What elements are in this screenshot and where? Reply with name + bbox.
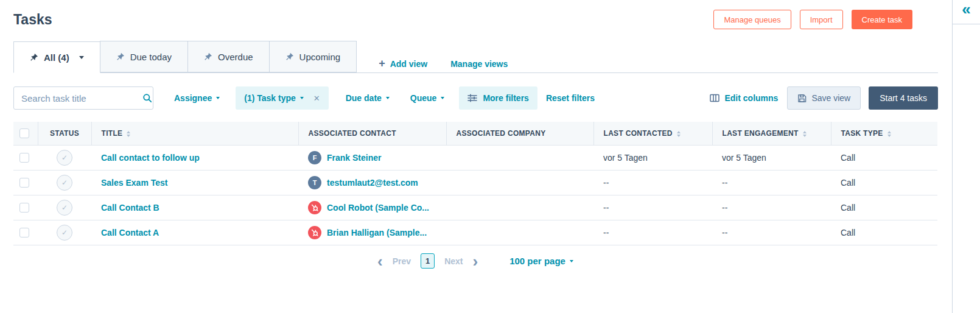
company-cell	[446, 145, 593, 170]
task-type-cell: Call	[831, 145, 937, 170]
sort-icon[interactable]	[887, 131, 891, 137]
caret-down-icon	[570, 260, 573, 262]
last-contacted-cell: --	[593, 220, 712, 245]
task-title-link[interactable]: Sales Exam Test	[101, 178, 167, 188]
column-header-associated-company: ASSOCIATED COMPANY	[446, 122, 593, 145]
column-header-last-engagement[interactable]: LAST ENGAGEMENT	[712, 122, 831, 145]
sort-icon[interactable]	[803, 131, 807, 137]
columns-icon	[710, 94, 719, 102]
caret-down-icon	[216, 97, 220, 99]
column-header-task-type[interactable]: TASK TYPE	[831, 122, 937, 145]
pin-icon	[285, 52, 294, 61]
pin-icon	[30, 53, 38, 62]
last-engagement-cell: --	[712, 195, 831, 220]
save-view-button[interactable]: Save view	[787, 86, 861, 110]
save-view-label: Save view	[811, 93, 850, 103]
manage-views-link[interactable]: Manage views	[450, 59, 508, 69]
select-all-checkbox[interactable]	[19, 128, 29, 138]
plus-icon: +	[379, 57, 385, 70]
last-engagement-cell: --	[712, 220, 831, 245]
contact-link[interactable]: Cool Robot (Sample Co...	[327, 203, 429, 213]
tasks-page: « Tasks Manage queues Import Create task…	[0, 0, 980, 313]
row-checkbox[interactable]	[19, 203, 29, 213]
tasks-table: STATUS TITLE ASSOCIATED CONTACT ASSOCIAT…	[13, 122, 937, 245]
tab-due-today[interactable]: Due today	[100, 41, 188, 72]
header-actions: Manage queues Import Create task	[713, 10, 912, 29]
start-tasks-button[interactable]: Start 4 tasks	[869, 86, 938, 110]
company-cell	[446, 195, 593, 220]
right-rail-header: «	[953, 0, 980, 24]
task-title-link[interactable]: Call Contact A	[101, 228, 159, 237]
edit-columns-button[interactable]: Edit columns	[710, 93, 778, 103]
sort-icon[interactable]	[127, 131, 130, 137]
tab-all[interactable]: All (4)	[13, 41, 100, 73]
company-cell	[446, 170, 593, 195]
search-icon[interactable]	[142, 93, 152, 103]
filter-bar: Assignee (1) Task type ✕ Due date Queue	[13, 86, 938, 110]
contact-link[interactable]: Brian Halligan (Sample...	[327, 228, 427, 237]
task-title-link[interactable]: Call contact to follow up	[101, 153, 200, 163]
due-date-filter-dropdown[interactable]: Due date	[346, 93, 390, 103]
column-header-associated-contact: ASSOCIATED CONTACT	[298, 122, 446, 145]
page-number-button[interactable]: 1	[421, 253, 435, 269]
caret-down-icon	[300, 97, 304, 99]
caret-down-icon	[386, 97, 390, 99]
complete-task-button[interactable]: ✓	[57, 150, 72, 166]
column-header-last-contacted[interactable]: LAST CONTACTED	[593, 122, 712, 145]
tab-upcoming[interactable]: Upcoming	[269, 41, 357, 72]
last-engagement-cell: --	[712, 170, 831, 195]
page-header: Tasks Manage queues Import Create task	[13, 0, 938, 29]
table-row: ✓ Sales Exam Test T testumlaut2@test.com…	[13, 170, 937, 195]
task-title-link[interactable]: Call Contact B	[101, 203, 159, 213]
search-box	[13, 86, 153, 110]
chevron-right-icon[interactable]: ›	[473, 253, 478, 269]
column-header-title[interactable]: TITLE	[91, 122, 298, 145]
import-button[interactable]: Import	[800, 10, 843, 29]
caret-down-icon	[441, 97, 444, 99]
contact-link[interactable]: Frank Steiner	[327, 153, 381, 163]
task-type-filter-dropdown[interactable]: (1) Task type	[244, 93, 304, 103]
last-contacted-cell: --	[593, 170, 712, 195]
row-checkbox[interactable]	[19, 153, 29, 163]
tab-overdue[interactable]: Overdue	[187, 41, 270, 72]
task-type-cell: Call	[831, 170, 937, 195]
add-view-button[interactable]: + Add view	[379, 57, 427, 70]
row-checkbox[interactable]	[19, 228, 29, 237]
main-content: Tasks Manage queues Import Create task A…	[0, 0, 951, 269]
more-filters-button[interactable]: More filters	[459, 86, 537, 110]
manage-queues-button[interactable]: Manage queues	[713, 10, 791, 29]
close-icon[interactable]: ✕	[313, 94, 320, 103]
table-actions: Edit columns Save view Start 4 tasks	[710, 86, 938, 110]
reset-filters-link[interactable]: Reset filters	[546, 93, 595, 103]
collapse-double-chevron-icon[interactable]: «	[962, 0, 970, 18]
caret-down-icon	[79, 56, 84, 59]
sort-icon[interactable]	[677, 131, 681, 137]
last-contacted-cell: vor 5 Tagen	[593, 145, 712, 170]
queue-filter-dropdown[interactable]: Queue	[410, 93, 445, 103]
last-contacted-cell: --	[593, 195, 712, 220]
pagination: ‹ Prev 1 Next › 100 per page	[13, 253, 937, 269]
per-page-dropdown[interactable]: 100 per page	[509, 256, 573, 266]
task-type-filter-pill: (1) Task type ✕	[236, 86, 328, 110]
avatar: F	[308, 151, 321, 164]
contact-link[interactable]: testumlaut2@test.com	[327, 178, 418, 188]
edit-columns-label: Edit columns	[724, 93, 778, 103]
task-type-cell: Call	[831, 220, 937, 245]
prev-button[interactable]: Prev	[393, 256, 411, 266]
hubspot-sprocket-icon	[308, 226, 321, 239]
chevron-left-icon[interactable]: ‹	[377, 253, 383, 269]
hubspot-sprocket-icon	[308, 201, 321, 214]
row-checkbox[interactable]	[19, 178, 29, 188]
search-input[interactable]	[21, 93, 142, 104]
next-button[interactable]: Next	[444, 256, 463, 266]
complete-task-button[interactable]: ✓	[57, 225, 72, 241]
task-type-cell: Call	[831, 195, 937, 220]
start-tasks-label: Start 4 tasks	[880, 93, 927, 103]
complete-task-button[interactable]: ✓	[57, 175, 72, 191]
complete-task-button[interactable]: ✓	[57, 200, 72, 216]
avatar: T	[308, 176, 321, 189]
create-task-button[interactable]: Create task	[852, 10, 912, 29]
assignee-filter-dropdown[interactable]: Assignee	[174, 93, 220, 103]
tab-upcoming-label: Upcoming	[299, 52, 341, 62]
table-header-row: STATUS TITLE ASSOCIATED CONTACT ASSOCIAT…	[13, 122, 937, 145]
